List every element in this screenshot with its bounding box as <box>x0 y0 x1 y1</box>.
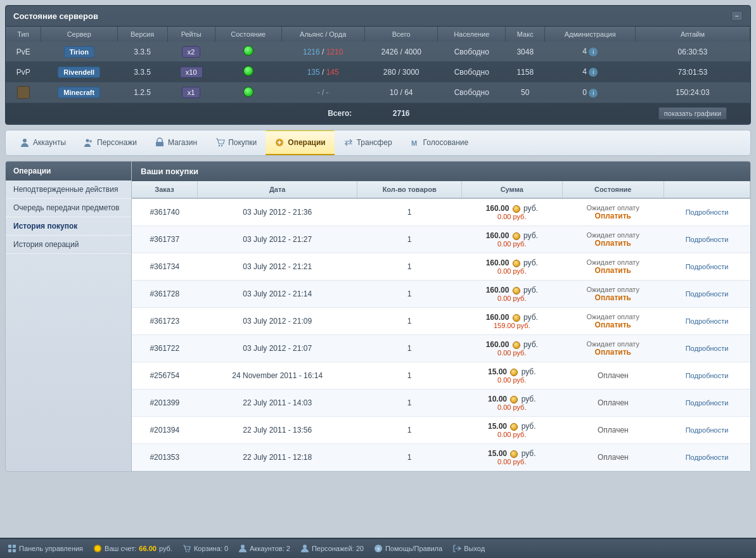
pay-button[interactable]: Оплатить <box>568 239 657 248</box>
details-button[interactable]: Подробности <box>686 345 729 352</box>
horde-count: 145 <box>326 68 339 77</box>
details-button[interactable]: Подробности <box>686 426 729 434</box>
sidebar: Операции Неподтвержденные действияОчеред… <box>5 161 132 472</box>
server-uptime-cell: 73:01:53 <box>635 62 750 82</box>
col-population: Население <box>438 27 506 42</box>
order-amount-cell: 160.00 руб. 0.00 руб. <box>461 198 562 226</box>
cart-label: Корзина: 0 <box>194 545 228 552</box>
characters-link[interactable]: Персонажей: 20 <box>300 544 364 553</box>
order-qty-cell: 1 <box>357 362 462 390</box>
details-button[interactable]: Подробности <box>686 263 729 270</box>
accounts-nav-icon <box>20 137 30 148</box>
col-type: Тип <box>6 27 41 42</box>
show-graphs-button[interactable]: показать графики <box>658 107 727 120</box>
order-id-cell: #201399 <box>132 390 197 417</box>
horde-count: 1210 <box>326 48 343 56</box>
order-amount-cell: 160.00 руб. 0.00 руб. <box>461 253 562 281</box>
order-status-cell: Ожидает оплату Оплатить <box>562 281 663 308</box>
order-id: #201399 <box>150 398 179 407</box>
col-faction: Альянс / Орда <box>281 27 364 42</box>
pay-button[interactable]: Оплатить <box>568 212 657 220</box>
order-qty-cell: 1 <box>357 253 462 281</box>
pay-button[interactable]: Оплатить <box>568 320 657 329</box>
details-button[interactable]: Подробности <box>686 317 729 325</box>
sidebar-title: Операции <box>6 162 131 181</box>
status-paid: Оплачен <box>568 371 657 380</box>
details-button[interactable]: Подробности <box>686 290 729 298</box>
order-discount: 0.00 руб. <box>468 403 556 411</box>
navigation-bar: Аккаунты Персонажи Магазин Покупки Опера… <box>5 130 751 156</box>
minecraft-icon <box>17 86 30 99</box>
details-button[interactable]: Подробности <box>686 399 729 407</box>
main-content: Операции Неподтвержденные действияОчеред… <box>5 161 751 472</box>
col-admin: Администрация <box>545 27 636 42</box>
details-button[interactable]: Подробности <box>686 453 729 461</box>
transfer-nav-icon <box>343 137 354 148</box>
server-rate-badge: x2 <box>182 46 201 58</box>
order-status-cell: Оплачен <box>562 390 663 417</box>
admin-info-icon[interactable]: i <box>589 68 598 77</box>
status-waiting: Ожидает оплату <box>568 286 657 293</box>
order-id-cell: #361740 <box>132 198 197 226</box>
order-status-cell: Ожидает оплату Оплатить <box>562 226 663 253</box>
sidebar-item[interactable]: Неподтвержденные действия <box>6 181 131 199</box>
total-row: Всего: 2716 показать графики <box>6 103 750 124</box>
nav-tab-vote[interactable]: M Голосование <box>401 130 478 155</box>
server-row: Minecraft 1.2.5 x1 - / - 10 / 64 Свободн… <box>6 82 750 103</box>
logout-link[interactable]: Выход <box>452 544 485 553</box>
details-button[interactable]: Подробности <box>686 372 729 379</box>
orders-col-3: Сумма <box>461 181 562 198</box>
characters-label: Персонажей: 20 <box>312 545 364 552</box>
order-id: #361737 <box>150 235 179 244</box>
help-link[interactable]: ? Помощь/Правила <box>374 544 442 553</box>
order-details-cell: Подробности <box>664 226 750 253</box>
nav-tab-accounts[interactable]: Аккаунты <box>11 130 75 155</box>
sidebar-item[interactable]: История операций <box>6 236 131 254</box>
server-uptime-cell: 150:24:03 <box>635 82 750 103</box>
nav-tab-purchases[interactable]: Покупки <box>206 130 266 155</box>
order-id-cell: #361734 <box>132 253 197 281</box>
minimize-button[interactable]: − <box>731 11 743 21</box>
order-amount-cell: 15.00 руб. 0.00 руб. <box>461 362 562 390</box>
details-button[interactable]: Подробности <box>686 208 729 216</box>
server-name-badge[interactable]: Tirion <box>64 46 94 58</box>
status-indicator <box>243 66 253 76</box>
server-name-badge[interactable]: Minecraft <box>58 87 100 98</box>
help-label: Помощь/Правила <box>385 545 442 552</box>
details-button[interactable]: Подробности <box>686 236 729 243</box>
pay-button[interactable]: Оплатить <box>568 266 657 275</box>
status-paid: Оплачен <box>568 453 657 462</box>
coin-icon <box>510 369 518 376</box>
order-status-cell: Оплачен <box>562 362 663 390</box>
coin-icon <box>510 450 518 458</box>
server-name-badge[interactable]: Rivendell <box>58 67 100 78</box>
server-population-cell: Свободно <box>438 42 506 62</box>
cart-link[interactable]: Корзина: 0 <box>183 544 228 553</box>
order-discount: 0.00 руб. <box>468 376 556 384</box>
server-version-cell: 3.3.5 <box>117 42 167 62</box>
nav-tab-label: Голосование <box>423 138 469 147</box>
admin-info-icon[interactable]: i <box>589 89 598 98</box>
pay-button[interactable]: Оплатить <box>568 348 657 357</box>
order-date-cell: 03 July 2012 - 21:36 <box>197 198 357 226</box>
server-table: Тип Сервер Версия Рейты Состояние Альянс… <box>6 27 750 124</box>
nav-tabs: Аккаунты Персонажи Магазин Покупки Опера… <box>11 130 477 155</box>
sidebar-item[interactable]: Очередь передачи предметов <box>6 199 131 217</box>
sidebar-item[interactable]: История покупок <box>6 217 131 236</box>
col-max: Макс <box>506 27 545 42</box>
nav-tab-operations[interactable]: Операции <box>266 130 334 155</box>
order-discount: 159.00 руб. <box>468 322 556 329</box>
nav-tab-shop[interactable]: Магазин <box>146 130 206 155</box>
order-discount: 0.00 руб. <box>468 267 556 275</box>
nav-tab-transfer[interactable]: Трансфер <box>335 130 401 155</box>
accounts-link[interactable]: Аккаунтов: 2 <box>238 544 290 553</box>
order-id: #201353 <box>150 453 179 462</box>
nav-tab-characters[interactable]: Персонажи <box>75 130 146 155</box>
control-panel-link[interactable]: Панель управления <box>8 544 83 553</box>
pay-button[interactable]: Оплатить <box>568 293 657 302</box>
orders-col-2: Кол-во товаров <box>357 181 462 198</box>
order-id-cell: #361737 <box>132 226 197 253</box>
admin-info-icon[interactable]: i <box>589 48 598 56</box>
col-total: Всего <box>364 27 438 42</box>
svg-rect-11 <box>13 549 16 552</box>
